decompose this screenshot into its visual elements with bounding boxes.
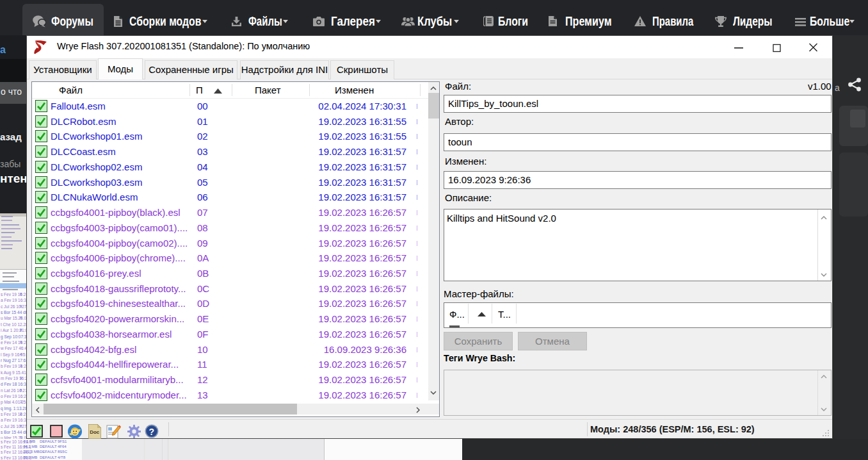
svg-text:Doc: Doc [90, 429, 100, 435]
svg-text:?: ? [149, 427, 155, 437]
